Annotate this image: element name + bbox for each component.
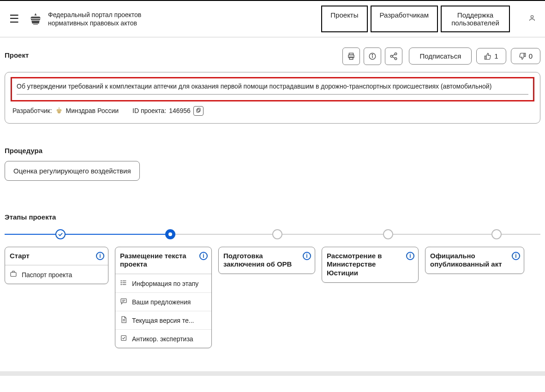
- thumbs-down-icon: [519, 53, 526, 60]
- stage-cards-row: Старт i Паспорт проекта Размещение текст…: [5, 247, 540, 349]
- svg-line-11: [393, 57, 395, 58]
- stage-card-published: Официально опубликованный акт i: [425, 247, 524, 274]
- chat-icon: [120, 297, 128, 306]
- nav-tab-projects[interactable]: Проекты: [321, 6, 367, 32]
- svg-rect-14: [11, 273, 16, 277]
- svg-point-7: [395, 53, 397, 55]
- dislike-button[interactable]: 0: [511, 48, 540, 64]
- print-button[interactable]: [342, 48, 360, 65]
- svg-point-6: [372, 54, 373, 55]
- id-label: ID проекта:: [132, 107, 166, 114]
- nav-tab-support[interactable]: Поддержка пользователей: [441, 6, 510, 32]
- stage-item-current-version[interactable]: Текущая версия те...: [115, 311, 211, 329]
- section-procedure-label: Процедура: [5, 147, 540, 154]
- section-project-label: Проект: [5, 51, 29, 59]
- stage-item-info[interactable]: Информация по этапу: [115, 274, 211, 292]
- timeline-node-done: [55, 229, 66, 239]
- id-value: 146956: [169, 107, 191, 114]
- stage-title: Подготовка заключения об ОРВ: [223, 252, 303, 269]
- user-icon[interactable]: [528, 14, 536, 24]
- project-card: Об утверждении требований к комплектации…: [5, 72, 540, 124]
- info-button[interactable]: [364, 48, 381, 65]
- dislike-count: 0: [529, 52, 533, 60]
- ministry-emblem-icon: [55, 107, 63, 115]
- timeline-node-future: [272, 229, 282, 239]
- svg-point-20: [121, 284, 121, 285]
- timeline-node-current: [165, 229, 175, 239]
- stage-info-icon[interactable]: i: [199, 252, 208, 260]
- list-icon: [120, 279, 128, 288]
- stage-title: Старт: [10, 252, 96, 261]
- briefcase-icon: [10, 270, 18, 279]
- stage-item-label: Текущая версия те...: [132, 317, 194, 324]
- developer-name: Минздрав России: [66, 107, 119, 114]
- footer-bar: [0, 371, 545, 376]
- project-id: ID проекта: 146956: [132, 106, 204, 116]
- stage-card-orv: Подготовка заключения об ОРВ i: [218, 247, 315, 274]
- shield-icon: [120, 334, 128, 343]
- stage-item-label: Паспорт проекта: [22, 271, 72, 279]
- procedure-chip[interactable]: Оценка регулирующего воздействия: [5, 161, 140, 181]
- svg-rect-13: [197, 109, 199, 112]
- doc-icon: [120, 316, 128, 325]
- menu-button[interactable]: ☰: [9, 12, 19, 25]
- project-title: Об утверждении требований к комплектации…: [17, 82, 528, 95]
- thumbs-up-icon: [484, 53, 491, 60]
- like-count: 1: [494, 52, 498, 60]
- svg-rect-26: [121, 336, 126, 341]
- nav-tab-developers[interactable]: Разработчикам: [371, 6, 438, 32]
- top-bar: ☰ Федеральный портал проектов нормативны…: [0, 0, 545, 37]
- stage-title: Рассмотрение в Министерстве Юстиции: [327, 252, 406, 278]
- stage-card-start: Старт i Паспорт проекта: [5, 247, 108, 285]
- stage-item-label: Ваши предложения: [132, 298, 191, 306]
- site-title: Федеральный портал проектов нормативных …: [48, 11, 321, 27]
- project-title-highlight: Об утверждении требований к комплектации…: [11, 77, 534, 101]
- svg-point-19: [121, 282, 121, 283]
- svg-rect-12: [198, 108, 200, 111]
- stage-card-text: Размещение текста проекта i Информация п…: [115, 247, 212, 349]
- timeline-node-future: [383, 229, 393, 239]
- svg-point-0: [531, 15, 533, 18]
- stage-info-icon[interactable]: i: [96, 252, 104, 260]
- stage-item-label: Информация по этапу: [132, 280, 198, 287]
- stage-title: Официально опубликованный акт: [430, 252, 512, 269]
- stage-card-justice: Рассмотрение в Министерстве Юстиции i: [322, 247, 419, 283]
- stage-info-icon[interactable]: i: [406, 252, 414, 260]
- stage-title: Размещение текста проекта: [120, 252, 199, 269]
- share-button[interactable]: [385, 48, 402, 65]
- stage-info-icon[interactable]: i: [512, 252, 520, 260]
- section-stages-label: Этапы проекта: [5, 213, 540, 221]
- subscribe-button[interactable]: Подписаться: [409, 48, 472, 65]
- gov-emblem-icon: [29, 12, 42, 26]
- stage-info-icon[interactable]: i: [303, 252, 311, 260]
- svg-point-18: [121, 280, 121, 281]
- nav-tabs: Проекты Разработчикам Поддержка пользова…: [321, 6, 510, 32]
- stages-timeline: [5, 227, 540, 241]
- stage-item-label: Антикор. экспертиза: [132, 335, 193, 343]
- stage-item-suggestions[interactable]: Ваши предложения: [115, 292, 211, 311]
- site-title-line2: нормативных правовых актов: [48, 19, 321, 27]
- like-button[interactable]: 1: [476, 48, 506, 64]
- copy-id-button[interactable]: [193, 106, 204, 116]
- svg-rect-21: [121, 299, 126, 303]
- stage-item-passport[interactable]: Паспорт проекта: [5, 265, 108, 284]
- svg-point-9: [395, 58, 397, 60]
- timeline-node-future: [491, 229, 502, 239]
- stage-item-anticorruption[interactable]: Антикор. экспертиза: [115, 329, 211, 348]
- svg-point-8: [391, 55, 393, 57]
- project-developer: Разработчик: Минздрав России: [12, 107, 119, 115]
- site-title-line1: Федеральный портал проектов: [48, 11, 321, 19]
- developer-label: Разработчик:: [12, 107, 52, 114]
- svg-line-10: [393, 54, 395, 55]
